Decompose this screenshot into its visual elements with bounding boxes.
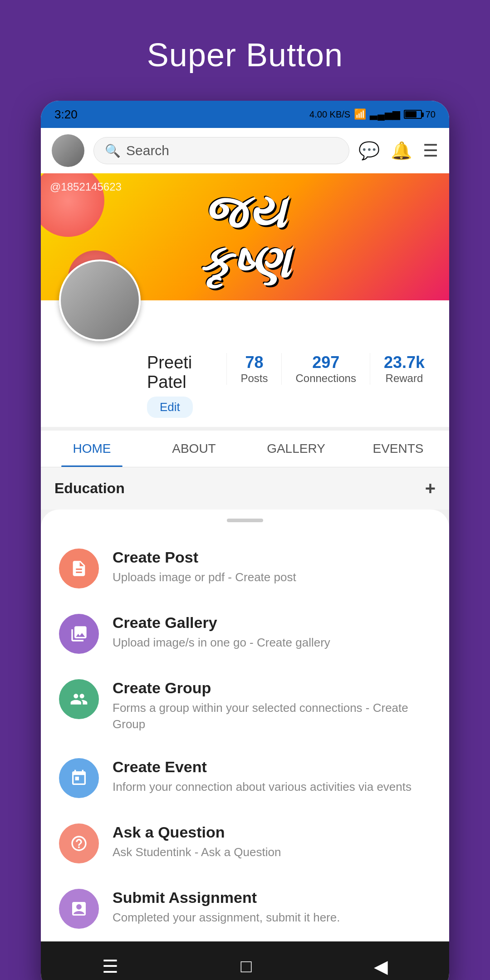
hamburger-nav-icon[interactable]: ☰ [95,949,126,980]
submit-assignment-text: Submit Assignment Completed your assignm… [113,889,431,926]
notification-icon[interactable]: 🔔 [391,141,412,161]
create-group-desc: Forms a group within your selected conne… [113,700,431,733]
message-icon[interactable]: 💬 [358,141,380,161]
create-event-text: Create Event Inform your connection abou… [113,758,431,795]
edit-button[interactable]: Edit [147,397,193,418]
app-bar-icons: 💬 🔔 ☰ [358,141,438,161]
search-bar[interactable]: 🔍 Search [93,137,349,164]
data-speed: 4.00 KB/S [309,109,350,120]
back-nav-icon[interactable]: ◀ [367,949,395,980]
search-text: Search [126,143,169,158]
education-bar: Education + [41,467,449,510]
page-title: Super Button [0,0,490,101]
create-event-title: Create Event [113,758,431,776]
create-event-desc: Inform your connection about various act… [113,779,431,795]
status-time: 3:20 [54,108,78,122]
posts-stat: 78 Posts [226,353,281,385]
create-group-text: Create Group Forms a group within your s… [113,679,431,733]
menu-item-submit-assignment[interactable]: Submit Assignment Completed your assignm… [41,876,449,941]
ask-question-title: Ask a Question [113,823,431,841]
ask-question-icon [59,823,99,863]
status-bar: 3:20 4.00 KB/S 📶 ▃▄▅▆ 70 [41,101,449,128]
create-post-icon [59,549,99,588]
connections-label: Connections [295,372,356,385]
create-gallery-title: Create Gallery [113,614,431,632]
tab-about[interactable]: ABOUT [143,431,245,467]
tab-gallery[interactable]: GALLERY [245,431,347,467]
profile-section: Preeti Patel Edit 78 Posts 297 Connectio… [41,300,449,427]
menu-item-create-event[interactable]: Create Event Inform your connection abou… [41,745,449,811]
posts-label: Posts [240,372,268,385]
ask-question-text: Ask a Question Ask Studentink - Ask a Qu… [113,823,431,860]
search-icon: 🔍 [105,143,121,158]
sheet-handle [227,519,263,522]
avatar[interactable] [52,134,84,167]
signal-icon: ▃▄▅▆ [370,108,400,120]
menu-item-create-group[interactable]: Create Group Forms a group within your s… [41,666,449,745]
create-gallery-desc: Upload image/s in one go - Create galler… [113,634,431,651]
connections-stat: 297 Connections [281,353,369,385]
banner-username: @1852145623 [50,181,122,193]
menu-item-create-gallery[interactable]: Create Gallery Upload image/s in one go … [41,601,449,666]
menu-icon[interactable]: ☰ [423,141,438,161]
app-bar: 🔍 Search 💬 🔔 ☰ [41,128,449,173]
create-gallery-icon [59,614,99,654]
profile-name-col: Preeti Patel Edit [147,353,217,418]
bottom-nav: ☰ □ ◀ [41,941,449,980]
profile-avatar [59,260,141,341]
menu-item-ask-question[interactable]: Ask a Question Ask Studentink - Ask a Qu… [41,811,449,876]
create-group-icon [59,679,99,719]
tab-events[interactable]: EVENTS [347,431,449,467]
reward-count: 23.7k [384,353,425,372]
education-label: Education [54,480,125,497]
reward-stat: 23.7k Reward [370,353,438,385]
profile-stats: 78 Posts 297 Connections 23.7k Reward [226,353,438,385]
submit-assignment-title: Submit Assignment [113,889,431,906]
create-gallery-text: Create Gallery Upload image/s in one go … [113,614,431,651]
status-icons: 4.00 KB/S 📶 ▃▄▅▆ 70 [309,108,436,120]
create-event-icon [59,758,99,798]
home-nav-icon[interactable]: □ [233,949,259,980]
ask-question-desc: Ask Studentink - Ask a Question [113,844,431,860]
create-post-text: Create Post Uploads image or pdf - Creat… [113,549,431,585]
phone-frame: 3:20 4.00 KB/S 📶 ▃▄▅▆ 70 🔍 Search 💬 🔔 ☰ … [41,101,449,980]
battery-icon [404,110,422,119]
banner-text: જય કૃષ્ણ [199,187,291,287]
bottom-sheet: Create Post Uploads image or pdf - Creat… [41,510,449,941]
battery-level: 70 [426,109,436,120]
reward-label: Reward [384,372,425,385]
profile-name: Preeti Patel [147,353,217,392]
create-group-title: Create Group [113,679,431,697]
submit-assignment-icon [59,889,99,929]
profile-info: Preeti Patel Edit 78 Posts 297 Connectio… [52,346,438,418]
tabs: HOME ABOUT GALLERY EVENTS [41,431,449,467]
submit-assignment-desc: Completed your assignment, submit it her… [113,909,431,926]
tab-home[interactable]: HOME [41,431,143,467]
create-post-desc: Uploads image or pdf - Create post [113,569,431,585]
connections-count: 297 [295,353,356,372]
menu-item-create-post[interactable]: Create Post Uploads image or pdf - Creat… [41,536,449,601]
posts-count: 78 [240,353,268,372]
wifi-icon: 📶 [354,108,366,120]
create-post-title: Create Post [113,549,431,566]
add-education-icon[interactable]: + [425,478,436,499]
